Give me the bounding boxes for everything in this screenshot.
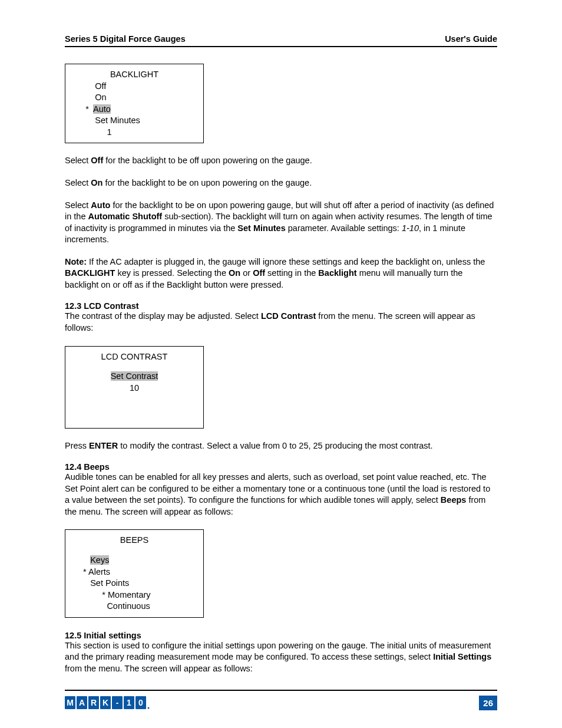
paragraph-12-4: Audible tones can be enabled for all key… <box>65 472 497 518</box>
svg-point-14 <box>148 707 150 709</box>
lcd-row: On <box>65 92 203 104</box>
lcd-row: Off <box>65 81 203 93</box>
lcd-row: Set Points <box>65 578 203 589</box>
svg-text:1: 1 <box>127 698 131 707</box>
lcd-title: LCD CONTRAST <box>65 351 203 363</box>
lcd-selected: Auto <box>93 104 111 114</box>
paragraph-off: Select Off for the backlight to be off u… <box>65 155 497 167</box>
lcd-row: * Alerts <box>65 566 203 578</box>
lcd-row: Keys <box>65 555 203 566</box>
mark-10-logo: M A R K - 1 0 <box>65 696 159 710</box>
paragraph-enter: Press ENTER to modify the contrast. Sele… <box>65 440 497 452</box>
svg-text:A: A <box>79 698 85 707</box>
svg-text:R: R <box>91 698 97 707</box>
header-left: Series 5 Digital Force Gauges <box>65 34 186 44</box>
svg-text:K: K <box>103 698 108 707</box>
page-footer: M A R K - 1 0 26 <box>65 690 497 710</box>
svg-text:0: 0 <box>138 698 143 707</box>
header-right: User's Guide <box>445 34 497 44</box>
lcd-title: BACKLIGHT <box>65 69 203 81</box>
lcd-contrast-screen: LCD CONTRAST Set Contrast 10 <box>65 346 204 429</box>
lcd-row: Set Contrast <box>65 371 203 383</box>
paragraph-on: Select On for the backlight to be on upo… <box>65 177 497 189</box>
svg-text:-: - <box>116 698 119 707</box>
svg-text:M: M <box>67 698 74 707</box>
page-number: 26 <box>479 696 497 710</box>
lcd-beeps-screen: BEEPS Keys * Alerts Set Points * Momenta… <box>65 529 204 617</box>
paragraph-12-3: The contrast of the display may be adjus… <box>65 311 497 334</box>
paragraph-auto: Select Auto for the backlight to be on u… <box>65 200 497 246</box>
lcd-row: 1 <box>65 127 203 139</box>
heading-12-4: 12.4 Beeps <box>65 462 497 472</box>
heading-12-3: 12.3 LCD Contrast <box>65 301 497 311</box>
lcd-row: * Auto <box>65 104 203 116</box>
page-header: Series 5 Digital Force Gauges User's Gui… <box>65 34 497 47</box>
lcd-selected: Set Contrast <box>111 371 158 381</box>
lcd-row: Continuous <box>65 601 203 612</box>
lcd-selected: Keys <box>90 555 109 565</box>
lcd-title: BEEPS <box>65 535 203 546</box>
lcd-row: 10 <box>65 383 203 394</box>
paragraph-12-5: This section is used to configure the in… <box>65 640 497 675</box>
paragraph-note: Note: If the AC adapter is plugged in, t… <box>65 256 497 291</box>
heading-12-5: 12.5 Initial settings <box>65 631 497 640</box>
lcd-row: * Momentary <box>65 589 203 601</box>
lcd-row: Set Minutes <box>65 115 203 127</box>
lcd-backlight-screen: BACKLIGHT Off On * Auto Set Minutes 1 <box>65 64 204 143</box>
